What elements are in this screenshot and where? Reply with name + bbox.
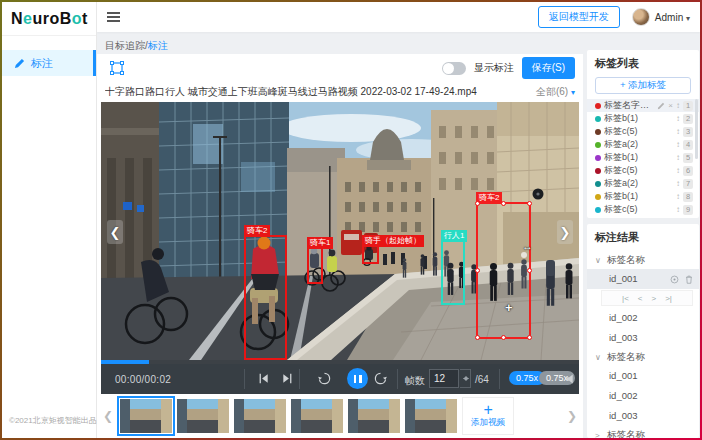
video-canvas[interactable]: 骑车2骑车1骑手（起始帧）行人1骑车2 ❮ ❯ + ↔	[101, 102, 579, 360]
video-thumbnail[interactable]	[177, 399, 229, 433]
back-to-model-dev-button[interactable]: 返回模型开发	[538, 6, 620, 28]
tag-row[interactable]: 标签c(5)↕3	[587, 125, 699, 138]
video-thumbnail[interactable]	[405, 399, 457, 433]
add-tag-button[interactable]: + 添加标签	[595, 77, 691, 94]
resize-handle-ne[interactable]	[527, 201, 532, 206]
video-thumbnail[interactable]	[348, 399, 400, 433]
bounding-box-selected[interactable]: 骑车2	[476, 202, 531, 339]
pager-last[interactable]: >|	[665, 294, 672, 303]
tag-color-dot	[595, 103, 601, 109]
active-indicator	[93, 50, 96, 76]
caret-icon: ∨	[595, 353, 603, 362]
result-item[interactable]: id_002	[587, 308, 699, 328]
filmstrip-next-icon[interactable]: ❯	[565, 409, 579, 423]
pager-first[interactable]: |<	[622, 294, 629, 303]
bounding-box[interactable]: 骑手（起始帧）	[362, 245, 379, 264]
result-group-header[interactable]: ∨标签名称	[587, 251, 699, 269]
sort-tag-icon[interactable]: ↕	[676, 140, 680, 149]
result-group-header[interactable]: ∨标签名称	[587, 348, 699, 366]
save-button[interactable]: 保存(S)	[522, 57, 575, 79]
volume-icon[interactable]	[565, 373, 577, 385]
frame-count-label: 帧数	[405, 374, 425, 388]
bounding-box[interactable]: 骑车2	[244, 235, 287, 360]
tag-row[interactable]: 标签a(2)↕4	[587, 138, 699, 151]
sort-tag-icon[interactable]: ↕	[676, 127, 680, 136]
edit-tag-icon[interactable]	[657, 102, 665, 110]
scrollbar[interactable]	[695, 99, 698, 159]
tag-color-dot	[595, 129, 601, 135]
rewind-icon[interactable]	[317, 371, 332, 386]
resize-handle-s[interactable]	[501, 335, 506, 340]
pause-button[interactable]	[347, 368, 368, 389]
breadcrumb-parent[interactable]: 目标追踪	[105, 40, 145, 51]
video-thumbnail[interactable]	[234, 399, 286, 433]
video-thumbnail[interactable]	[120, 399, 172, 433]
sidebar-item-annotate[interactable]: 标注	[2, 50, 96, 76]
add-video-button[interactable]: + 添加视频	[462, 397, 514, 435]
user-menu[interactable]: Admin ▾	[655, 12, 690, 23]
bounding-box[interactable]: 行人1	[441, 240, 465, 305]
result-group-header[interactable]: >标签名称	[587, 426, 699, 440]
result-item-label: id_001	[609, 366, 638, 386]
result-item[interactable]: id_001	[587, 269, 699, 289]
result-item[interactable]: id_002	[587, 386, 699, 406]
result-item[interactable]: id_003	[587, 406, 699, 426]
bounding-box[interactable]: 骑车1	[307, 247, 323, 284]
frame-stepper[interactable]	[460, 369, 471, 388]
resize-handle-n[interactable]	[501, 201, 506, 206]
next-frame-icon[interactable]	[281, 372, 294, 385]
forward-icon[interactable]	[373, 371, 388, 386]
show-annotation-toggle[interactable]	[442, 62, 466, 75]
tag-shortcut-badge: 1	[683, 101, 693, 111]
prev-frame-icon[interactable]	[257, 372, 270, 385]
frame-number-input[interactable]	[429, 369, 459, 388]
tag-list: 标签名字最长数...×↕1标签b(1)↕2标签c(5)↕3标签a(2)↕4标签b…	[587, 99, 699, 216]
filter-dropdown[interactable]: 全部(6) ▾	[536, 85, 575, 99]
resize-handle-sw[interactable]	[475, 335, 480, 340]
tag-color-dot	[595, 142, 601, 148]
tag-row[interactable]: 标签b(1)↕5	[587, 151, 699, 164]
bounding-box-label: 骑车2	[244, 225, 270, 237]
annotation-workspace: 显示标注 保存(S) 十字路口路口行人 城市交通上下班高峰斑马线过马路视频 20…	[97, 54, 583, 438]
video-thumbnail[interactable]	[291, 399, 343, 433]
annotation-result-title: 标注结果	[587, 230, 699, 251]
sort-tag-icon[interactable]: ↕	[676, 153, 680, 162]
tag-row[interactable]: 标签b(1)↕8	[587, 190, 699, 203]
collapse-sidebar-icon[interactable]	[107, 10, 120, 24]
group-name: 标签名称	[607, 254, 645, 267]
delete-tag-icon[interactable]: ×	[668, 101, 673, 110]
sort-tag-icon[interactable]: ↕	[676, 192, 680, 201]
track-icon[interactable]	[670, 275, 679, 284]
resize-handle-nw[interactable]	[475, 201, 480, 206]
annotation-result-panel: 标注结果 ∨标签名称id_001|<<>>|id_002id_003∨标签名称i…	[587, 224, 699, 438]
tag-row[interactable]: 标签a(2)↕7	[587, 177, 699, 190]
tag-row[interactable]: 标签c(5)↕9	[587, 203, 699, 216]
sort-tag-icon[interactable]: ↕	[676, 179, 680, 188]
tag-row[interactable]: 标签c(5)↕6	[587, 164, 699, 177]
result-item[interactable]: id_001	[587, 366, 699, 386]
pager-prev[interactable]: <	[638, 294, 643, 303]
resize-handle-w[interactable]	[475, 268, 480, 273]
tag-row[interactable]: 标签b(1)↕2	[587, 112, 699, 125]
tag-row[interactable]: 标签名字最长数...×↕1	[587, 99, 699, 112]
filmstrip-prev-icon[interactable]: ❮	[101, 409, 115, 423]
thumbnail-list	[120, 399, 457, 433]
rect-select-tool-icon[interactable]	[109, 60, 125, 76]
result-item[interactable]: id_003	[587, 328, 699, 348]
avatar[interactable]	[632, 8, 650, 26]
sort-tag-icon[interactable]: ↕	[676, 114, 680, 123]
app-window: 返回模型开发 Admin ▾ NeuroBot 标注 ©2021北京矩视智能出品…	[0, 0, 702, 440]
annotation-overlay[interactable]: 骑车2骑车1骑手（起始帧）行人1骑车2	[101, 102, 579, 360]
resize-handle-e[interactable]	[527, 268, 532, 273]
sort-tag-icon[interactable]: ↕	[676, 101, 680, 110]
result-item-label: id_003	[609, 328, 638, 348]
prev-video-arrow[interactable]: ❮	[107, 220, 123, 244]
tag-shortcut-badge: 6	[683, 166, 693, 176]
sort-tag-icon[interactable]: ↕	[676, 166, 680, 175]
sort-tag-icon[interactable]: ↕	[676, 205, 680, 214]
delete-icon[interactable]	[685, 275, 693, 284]
resize-handle-se[interactable]	[527, 335, 532, 340]
tag-name: 标签b(1)	[604, 112, 673, 125]
pager-next[interactable]: >	[652, 294, 657, 303]
next-video-arrow[interactable]: ❯	[557, 220, 573, 244]
